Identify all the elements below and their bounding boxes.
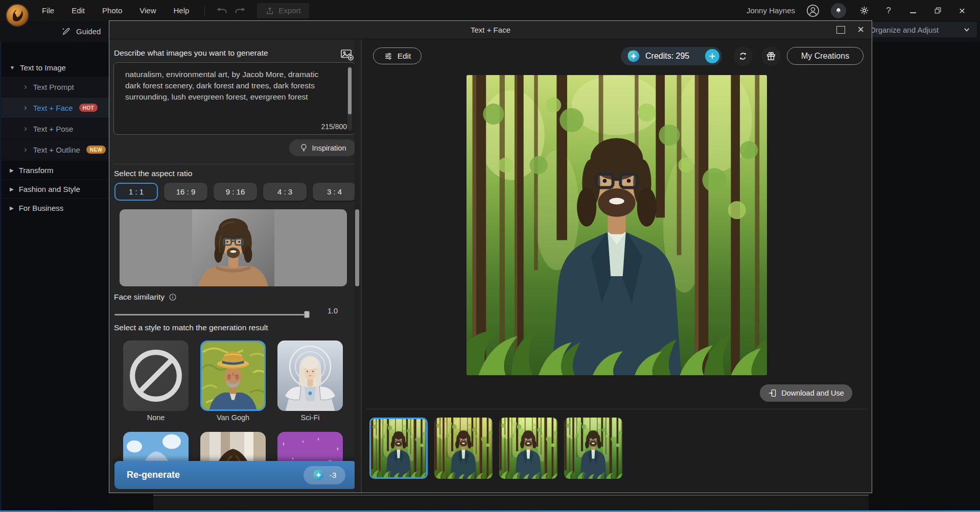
slider-handle[interactable]: [304, 311, 310, 318]
inspiration-label: Inspiration: [312, 144, 346, 152]
export-button[interactable]: Export: [257, 3, 309, 18]
notifications-icon[interactable]: [831, 3, 846, 18]
prompt-label: Describe what images you want to generat…: [114, 48, 268, 58]
source-face-photo: [192, 209, 274, 286]
sidebar: ▼ Text to Image › Text Prompt › Text + F…: [0, 42, 110, 512]
result-thumbnail-4[interactable]: [564, 418, 622, 479]
user-name[interactable]: Jonny Haynes: [746, 6, 795, 15]
redo-icon[interactable]: [232, 5, 248, 17]
chevron-right-icon: ›: [24, 103, 27, 113]
app-logo: [5, 3, 30, 28]
help-icon[interactable]: ?: [882, 4, 895, 17]
dialog-title: Text + Face: [471, 26, 510, 34]
text-face-dialog: Text + Face × Describe what images you w…: [109, 20, 872, 493]
chevron-right-icon: ›: [24, 82, 27, 92]
result-thumbnail-2[interactable]: [434, 418, 493, 479]
result-thumbnail-3[interactable]: [499, 418, 557, 479]
character-counter: 215/800: [321, 123, 347, 131]
style-sci-fi-label: Sci-Fi: [277, 413, 343, 422]
sidebar-section-transform[interactable]: ▶ Transform: [2, 160, 110, 179]
menu-photo[interactable]: Photo: [102, 6, 122, 15]
settings-gear-icon[interactable]: [857, 4, 871, 17]
prompt-input[interactable]: naturalism, environmental art, by Jacob …: [113, 62, 356, 135]
style-option-labels: None Van Gogh Sci-Fi: [123, 413, 343, 422]
none-icon: [123, 340, 189, 411]
edit-button[interactable]: Edit: [373, 47, 422, 64]
aspect-ratio-selector: 1 : 1 16 : 9 9 : 16 4 : 3 3 : 4: [114, 183, 356, 201]
generation-settings-panel: Describe what images you want to generat…: [109, 39, 362, 493]
aspect-ratio-label: Select the aspect ratio: [114, 169, 192, 178]
sidebar-section-fashion-style[interactable]: ▶ Fashion and Style: [2, 179, 110, 198]
dialog-maximize-icon[interactable]: [836, 26, 845, 34]
prompt-text: naturalism, environmental art, by Jacob …: [125, 69, 330, 103]
style-none-card[interactable]: [123, 340, 189, 411]
menu-help[interactable]: Help: [173, 6, 189, 15]
source-face-preview[interactable]: [120, 209, 347, 286]
restore-window-icon[interactable]: [931, 4, 944, 17]
sidebar-section-for-business[interactable]: ▶ For Business: [2, 198, 110, 217]
organize-adjust-dropdown[interactable]: Organize and Adjust: [865, 22, 977, 37]
menu-view[interactable]: View: [139, 6, 156, 15]
dialog-close-icon[interactable]: ×: [857, 23, 864, 36]
sidebar-item-text-prompt[interactable]: › Text Prompt: [2, 77, 110, 97]
sidebar-item-text-pose[interactable]: › Text + Pose: [2, 118, 110, 139]
download-and-use-button[interactable]: Download and Use: [760, 384, 852, 402]
panel-scrollbar[interactable]: [355, 39, 360, 493]
app-window: File Edit Photo View Help Export Jonny H…: [0, 0, 980, 512]
sliders-icon: [384, 52, 393, 61]
aspect-9-16-button[interactable]: 9 : 16: [214, 183, 257, 201]
chevron-down-icon: ▼: [10, 65, 15, 70]
close-window-icon[interactable]: ×: [955, 4, 969, 17]
add-credits-icon[interactable]: [705, 49, 719, 63]
menu-edit[interactable]: Edit: [72, 6, 85, 15]
aspect-4-3-button[interactable]: 4 : 3: [263, 183, 307, 201]
divider: [113, 164, 356, 164]
credits-label: Credits: 295: [645, 52, 689, 61]
credit-cost-pill: -3: [304, 466, 345, 484]
credit-gem-icon: [313, 469, 324, 481]
style-van-gogh-card[interactable]: [200, 340, 266, 411]
my-creations-button[interactable]: My Creations: [787, 47, 864, 65]
edit-label: Edit: [398, 52, 411, 61]
section-label: Transform: [19, 166, 54, 175]
guided-button[interactable]: Guided: [61, 27, 101, 36]
aspect-16-9-button[interactable]: 16 : 9: [164, 183, 207, 201]
slider-track[interactable]: [114, 314, 310, 315]
face-similarity-label: Face similarity: [114, 292, 177, 302]
add-image-icon[interactable]: [340, 48, 354, 61]
aspect-3-4-button[interactable]: 3 : 4: [313, 183, 356, 201]
refresh-icon[interactable]: [733, 46, 753, 66]
style-van-gogh-label: Van Gogh: [200, 413, 266, 422]
result-thumbnail-1[interactable]: [369, 418, 428, 479]
style-sci-fi-card[interactable]: [277, 340, 343, 411]
inspiration-button[interactable]: Inspiration: [289, 139, 356, 156]
regenerate-label: Re-generate: [127, 470, 180, 480]
menu-bar: File Edit Photo View Help Export Jonny H…: [0, 0, 980, 21]
section-label: Text to Image: [20, 63, 66, 72]
gift-icon[interactable]: [761, 46, 781, 66]
credits-display[interactable]: Credits: 295: [621, 47, 722, 65]
regenerate-button[interactable]: Re-generate -3: [114, 461, 357, 489]
prompt-scrollbar[interactable]: [347, 66, 352, 131]
menu-items: File Edit Photo View Help: [42, 6, 189, 15]
face-similarity-slider[interactable]: [114, 310, 310, 319]
aspect-1-1-button[interactable]: 1 : 1: [114, 183, 158, 201]
download-icon: [768, 388, 777, 398]
sidebar-item-text-face[interactable]: › Text + Face HOT: [2, 97, 110, 118]
account-icon[interactable]: [806, 4, 820, 17]
titlebar-right: Jonny Haynes ? ×: [746, 3, 980, 18]
result-thumbnails: [369, 418, 622, 479]
sidebar-item-text-outline[interactable]: › Text + Outline NEW: [2, 139, 110, 160]
undo-icon[interactable]: [214, 5, 229, 17]
divider: [366, 409, 868, 409]
menu-file[interactable]: File: [42, 6, 54, 15]
style-options-row: [123, 340, 343, 411]
info-icon[interactable]: [169, 293, 177, 301]
new-badge: NEW: [86, 145, 106, 154]
background-canvas-edge: [153, 495, 869, 512]
export-icon: [265, 6, 274, 15]
minimize-icon[interactable]: [906, 4, 920, 17]
item-label: Text + Outline: [33, 145, 80, 154]
sidebar-section-text-to-image[interactable]: ▼ Text to Image: [2, 58, 110, 77]
dropdown-label: Organize and Adjust: [870, 26, 939, 34]
